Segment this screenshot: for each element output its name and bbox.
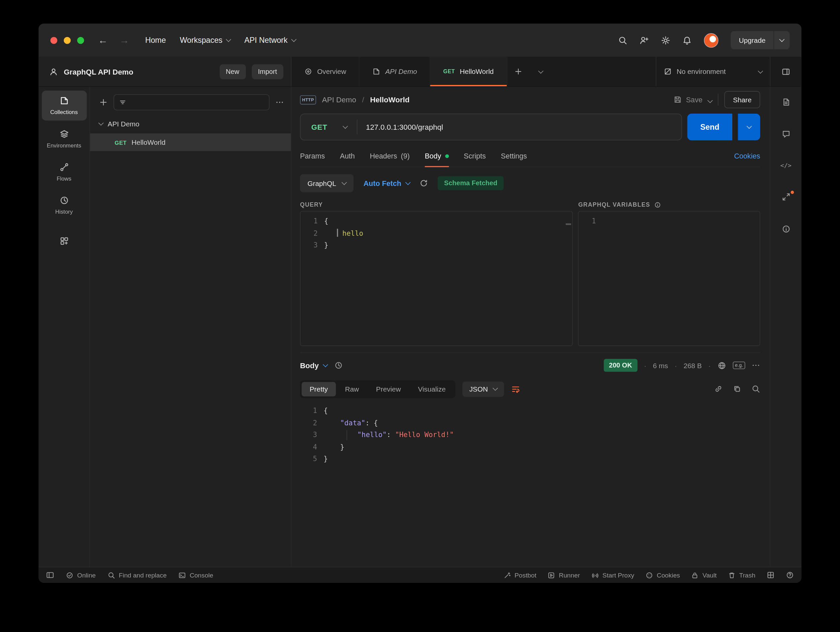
breadcrumb-collection[interactable]: API Demo <box>322 95 356 104</box>
workspace-user-icon <box>49 67 58 76</box>
link-icon[interactable] <box>714 384 723 393</box>
environment-selector[interactable]: No environment <box>656 57 770 86</box>
cookies-button[interactable]: Cookies <box>646 572 680 579</box>
auto-fetch-dropdown[interactable]: Auto Fetch <box>363 179 410 187</box>
url-input[interactable] <box>357 123 682 131</box>
send-options-button[interactable] <box>738 114 760 141</box>
query-editor[interactable]: 1{ 2hello 3} <box>300 211 573 346</box>
tab-collection-preview[interactable]: API Demo <box>360 57 430 86</box>
info-icon[interactable] <box>654 201 661 209</box>
tab-request-name: HelloWorld <box>460 68 494 76</box>
postbot-button[interactable]: Postbot <box>503 572 536 579</box>
invite-user-icon[interactable] <box>640 36 649 45</box>
new-button[interactable]: New <box>219 64 246 79</box>
tab-settings[interactable]: Settings <box>501 146 527 166</box>
response-body-viewer[interactable]: 1{ 2"data": { 3"hello": "Hello World!" 4… <box>300 400 760 567</box>
console-button[interactable]: Console <box>178 572 213 579</box>
variables-editor[interactable]: 1 <box>578 211 760 346</box>
split-panes-icon[interactable] <box>767 571 775 579</box>
toggle-sidebar-icon[interactable] <box>46 571 54 579</box>
collection-row[interactable]: API Demo <box>90 116 291 133</box>
related-requests-icon[interactable] <box>782 192 791 201</box>
upgrade-button[interactable]: Upgrade <box>731 31 774 49</box>
tab-request-active[interactable]: GET HelloWorld <box>430 57 507 86</box>
response-format-dropdown[interactable]: JSON <box>463 381 504 397</box>
method-dropdown[interactable]: GET <box>301 123 357 131</box>
upgrade-split-button: Upgrade <box>731 31 789 49</box>
documentation-icon[interactable] <box>782 98 791 107</box>
tab-overview[interactable]: Overview <box>292 57 360 86</box>
body-type-dropdown[interactable]: GraphQL <box>300 174 354 192</box>
refresh-schema-icon[interactable] <box>419 179 428 188</box>
sidebar-item-flows[interactable]: Flows <box>41 157 87 187</box>
close-window-button[interactable] <box>51 37 57 44</box>
response-history-icon[interactable] <box>335 361 343 370</box>
import-button[interactable]: Import <box>251 64 283 79</box>
user-avatar[interactable] <box>704 33 718 47</box>
info-icon[interactable] <box>782 224 791 234</box>
schema-status-badge: Schema Fetched <box>438 176 504 190</box>
help-icon[interactable] <box>786 571 794 579</box>
breadcrumb-request-name[interactable]: HelloWorld <box>370 95 410 104</box>
wrap-lines-icon[interactable] <box>511 384 520 393</box>
cookies-link[interactable]: Cookies <box>734 152 760 160</box>
tab-preview[interactable]: Preview <box>368 382 409 396</box>
titlebar-right: Upgrade <box>618 31 789 49</box>
find-and-replace-button[interactable]: Find and replace <box>108 572 167 579</box>
send-button[interactable]: Send <box>687 114 732 141</box>
more-actions-icon[interactable] <box>275 98 284 107</box>
nav-workspaces[interactable]: Workspaces <box>180 36 231 44</box>
add-collection-button[interactable] <box>99 98 108 107</box>
forward-icon[interactable]: → <box>119 35 129 46</box>
sidebar-item-environments[interactable]: Environments <box>41 124 87 154</box>
save-options-button[interactable] <box>708 95 712 105</box>
response-more-icon[interactable] <box>752 361 760 370</box>
tab-pretty[interactable]: Pretty <box>302 382 336 396</box>
tab-body[interactable]: Body <box>425 146 449 166</box>
share-button[interactable]: Share <box>724 91 760 108</box>
tab-headers[interactable]: Headers(9) <box>370 146 410 166</box>
save-button[interactable]: Save <box>673 95 703 104</box>
search-icon[interactable] <box>618 36 627 45</box>
chevron-down-icon <box>226 37 231 42</box>
trash-button[interactable]: Trash <box>728 572 755 579</box>
runner-button[interactable]: Runner <box>548 572 580 579</box>
back-icon[interactable]: ← <box>98 35 108 46</box>
notifications-bell-icon[interactable] <box>682 36 692 45</box>
minimize-window-button[interactable] <box>64 37 71 44</box>
copy-icon[interactable] <box>733 384 742 393</box>
code-snippet-icon[interactable]: </> <box>780 162 791 169</box>
sidebar-item-collections[interactable]: Collections <box>41 91 87 121</box>
settings-gear-icon[interactable] <box>661 36 670 45</box>
nav-api-network[interactable]: API Network <box>245 36 295 44</box>
configure-sidebar-button[interactable] <box>41 232 87 250</box>
save-as-example-icon[interactable]: e.g. <box>733 362 745 369</box>
side-panel-icon <box>782 67 790 76</box>
connection-status[interactable]: Online <box>66 572 96 579</box>
tab-auth[interactable]: Auth <box>340 146 355 166</box>
workspace-name[interactable]: GraphQL API Demo <box>64 67 133 76</box>
maximize-window-button[interactable] <box>77 37 84 44</box>
method-label: GET <box>311 123 327 131</box>
vault-button[interactable]: Vault <box>691 572 717 579</box>
tab-visualize[interactable]: Visualize <box>410 382 454 396</box>
nav-home[interactable]: Home <box>145 36 166 44</box>
runner-label: Runner <box>559 572 580 579</box>
network-info-icon[interactable] <box>717 361 726 370</box>
start-proxy-button[interactable]: Start Proxy <box>591 572 634 579</box>
request-row[interactable]: GET HelloWorld <box>90 133 291 151</box>
tab-raw[interactable]: Raw <box>337 382 367 396</box>
tab-options-button[interactable] <box>530 57 552 86</box>
sidebar-search-input[interactable] <box>130 99 264 106</box>
new-tab-button[interactable] <box>507 57 529 86</box>
tab-scripts[interactable]: Scripts <box>464 146 486 166</box>
sidebar-item-history[interactable]: History <box>41 190 87 220</box>
line-number: 1 <box>300 405 324 417</box>
sidebar-search-field[interactable] <box>114 94 270 111</box>
environment-quicklook[interactable] <box>770 57 802 86</box>
tab-params[interactable]: Params <box>300 146 325 166</box>
response-body-dropdown[interactable]: Body <box>300 361 327 370</box>
comments-icon[interactable] <box>782 130 791 139</box>
search-response-icon[interactable] <box>752 384 760 393</box>
upgrade-menu-button[interactable] <box>774 31 789 49</box>
